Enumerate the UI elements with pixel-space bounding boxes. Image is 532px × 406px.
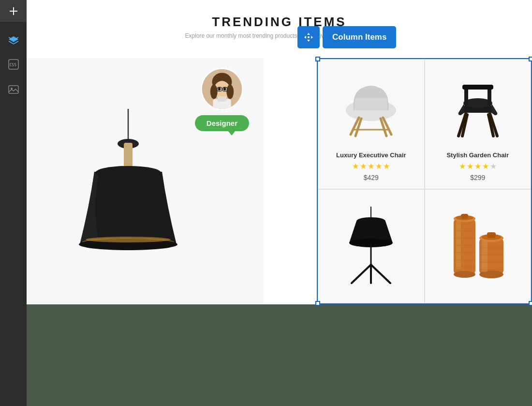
selection-handle-bl xyxy=(315,301,320,306)
page-header-section: TRENDING ITEMS Explore our monthly most … xyxy=(27,15,532,39)
css-icon: CSS xyxy=(8,59,19,70)
svg-rect-67 xyxy=(487,232,496,238)
canvas-wrapper: TRENDING ITEMS Explore our monthly most … xyxy=(27,0,532,406)
avatar-image xyxy=(202,68,242,110)
plus-icon xyxy=(9,6,18,16)
svg-line-42 xyxy=(352,265,371,283)
sidebar: CSS xyxy=(0,0,27,406)
product-cell-2[interactable]: Stylish Garden Chair ★ ★ ★ ★ ★ $299 xyxy=(425,59,532,189)
designer-avatar xyxy=(201,68,243,110)
svg-point-22 xyxy=(95,166,161,180)
selection-handle-br xyxy=(529,301,532,306)
drag-button[interactable] xyxy=(297,26,320,48)
svg-point-68 xyxy=(308,36,310,38)
lamp-illustration xyxy=(56,109,201,295)
page-subtitle: Explore our monthly most trending produc… xyxy=(27,32,532,39)
designer-section: Designer xyxy=(195,68,249,131)
column-items-button[interactable]: Column Items xyxy=(323,26,396,48)
drag-icon xyxy=(303,32,314,43)
svg-point-48 xyxy=(454,271,475,278)
svg-point-24 xyxy=(86,237,171,242)
lamp-svg xyxy=(56,109,201,293)
product-price-1: $429 xyxy=(364,174,379,181)
svg-point-12 xyxy=(223,88,226,91)
product-name-2: Stylish Garden Chair xyxy=(446,151,509,159)
copper-bottles-svg xyxy=(446,209,509,282)
svg-rect-1 xyxy=(10,11,17,12)
product-image-4 xyxy=(439,207,517,284)
left-hero-panel: Designer xyxy=(27,58,264,304)
svg-rect-57 xyxy=(461,214,468,219)
svg-point-9 xyxy=(210,85,218,99)
svg-point-39 xyxy=(356,217,385,225)
svg-rect-34 xyxy=(462,85,493,90)
floating-toolbar: Column Items xyxy=(297,26,396,48)
floor-lamp-svg xyxy=(342,207,400,284)
product-cell-1[interactable]: Luxury Executive Chair ★ ★ ★ ★ ★ $429 xyxy=(318,59,425,189)
stars-2: ★ ★ ★ ★ ★ xyxy=(459,162,497,171)
product-cell-3[interactable] xyxy=(318,189,425,303)
product-price-2: $299 xyxy=(470,174,485,181)
app-container: CSS TRENDING ITEMS Explore our monthly m… xyxy=(0,0,532,406)
page-title: TRENDING ITEMS xyxy=(27,15,532,30)
chair-black-svg xyxy=(444,74,512,142)
selection-handle-tl xyxy=(315,57,320,61)
green-bottom-bar xyxy=(27,304,532,406)
image-icon xyxy=(8,84,19,95)
designer-badge: Designer xyxy=(195,115,249,131)
sidebar-item-css[interactable]: CSS xyxy=(0,53,27,76)
svg-line-43 xyxy=(371,265,390,283)
product-image-1 xyxy=(332,69,410,147)
svg-rect-61 xyxy=(482,241,488,272)
stars-1: ★ ★ ★ ★ ★ xyxy=(352,162,390,171)
selection-handle-tr xyxy=(529,57,532,61)
svg-text:CSS: CSS xyxy=(9,63,16,67)
sidebar-item-layers[interactable] xyxy=(0,28,27,51)
right-product-grid: Luxury Executive Chair ★ ★ ★ ★ ★ $429 xyxy=(317,58,532,304)
svg-rect-17 xyxy=(218,96,227,102)
svg-rect-4 xyxy=(9,86,18,93)
svg-point-10 xyxy=(226,85,234,99)
sidebar-add-button[interactable] xyxy=(0,0,27,22)
product-name-1: Luxury Executive Chair xyxy=(336,151,406,159)
product-cell-4[interactable] xyxy=(425,189,532,303)
product-image-2 xyxy=(439,69,517,147)
chair-white-svg xyxy=(337,74,405,142)
product-image-3 xyxy=(332,207,410,284)
svg-point-11 xyxy=(218,88,221,91)
sidebar-item-image[interactable] xyxy=(0,78,27,101)
layers-icon xyxy=(8,33,19,45)
svg-rect-20 xyxy=(124,143,133,169)
